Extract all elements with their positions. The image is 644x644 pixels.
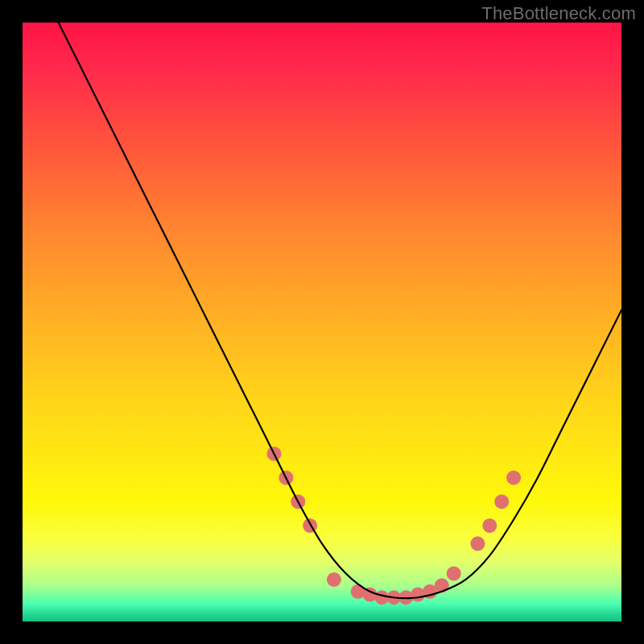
highlight-point — [482, 518, 497, 533]
highlight-point — [470, 536, 485, 551]
highlight-point — [506, 470, 521, 485]
highlight-point — [447, 566, 461, 580]
bottleneck-curve — [59, 23, 621, 598]
marker-layer — [266, 447, 521, 605]
highlight-point — [327, 572, 341, 587]
watermark-text: TheBottleneck.com — [481, 3, 636, 24]
chart-frame: TheBottleneck.com — [0, 0, 644, 644]
plot-area — [23, 23, 621, 621]
highlight-point — [494, 494, 509, 509]
chart-svg — [23, 23, 621, 621]
